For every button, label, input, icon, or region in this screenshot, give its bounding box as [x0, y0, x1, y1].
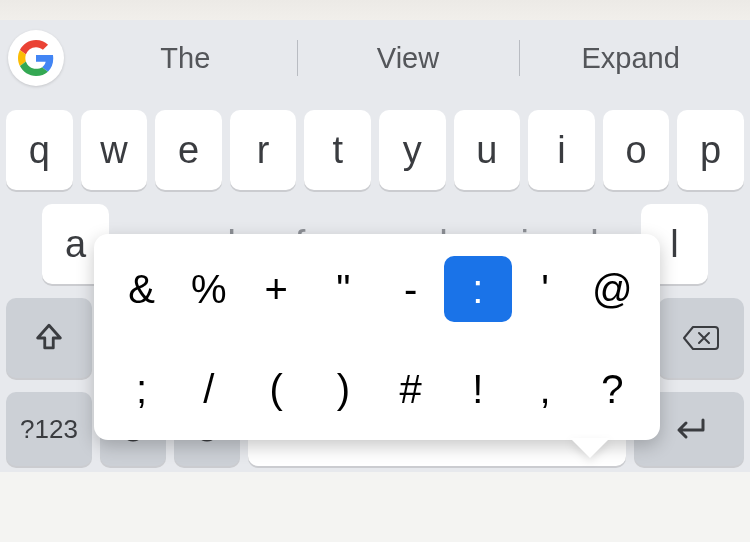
popup-key-question[interactable]: ? [579, 356, 646, 422]
suggestion-list: The View Expand [74, 34, 742, 82]
longpress-symbol-popup: & % + " - : ' @ ; / ( ) # ! , ? [94, 234, 660, 440]
google-button[interactable] [8, 30, 64, 86]
popup-key-comma[interactable]: , [512, 356, 579, 422]
shift-icon [32, 321, 66, 355]
symbols-key[interactable]: ?123 [6, 392, 92, 466]
key-u[interactable]: u [454, 110, 521, 190]
key-e[interactable]: e [155, 110, 222, 190]
key-q[interactable]: q [6, 110, 73, 190]
shift-key[interactable] [6, 298, 92, 378]
backspace-icon [681, 323, 721, 353]
suggestion-1[interactable]: View [297, 34, 520, 82]
key-row-1: q w e r t y u i o p [6, 110, 744, 190]
popup-key-plus[interactable]: + [243, 256, 310, 322]
key-i[interactable]: i [528, 110, 595, 190]
suggestion-0[interactable]: The [74, 34, 297, 82]
enter-icon [669, 416, 709, 442]
key-area: q w e r t y u i o p a s d f g h j k l [0, 110, 750, 472]
popup-key-slash[interactable]: / [175, 356, 242, 422]
key-p[interactable]: p [677, 110, 744, 190]
popup-key-hash[interactable]: # [377, 356, 444, 422]
gboard-keyboard: The View Expand q w e r t y u i o p a s … [0, 20, 750, 472]
popup-key-percent[interactable]: % [175, 256, 242, 322]
app-content-above-keyboard [0, 0, 750, 20]
popup-key-dquote[interactable]: " [310, 256, 377, 322]
key-w[interactable]: w [81, 110, 148, 190]
key-r[interactable]: r [230, 110, 297, 190]
key-t[interactable]: t [304, 110, 371, 190]
backspace-key[interactable] [658, 298, 744, 378]
popup-key-bang[interactable]: ! [444, 356, 511, 422]
popup-key-dash[interactable]: - [377, 256, 444, 322]
popup-key-colon-selected[interactable]: : [444, 256, 511, 322]
popup-key-semicolon[interactable]: ; [108, 356, 175, 422]
popup-key-rparen[interactable]: ) [310, 356, 377, 422]
suggestion-bar: The View Expand [0, 20, 750, 96]
popup-key-squote[interactable]: ' [512, 256, 579, 322]
key-y[interactable]: y [379, 110, 446, 190]
popup-row-top: & % + " - : ' @ [108, 256, 646, 322]
popup-row-bottom: ; / ( ) # ! , ? [108, 356, 646, 422]
popup-key-at[interactable]: @ [579, 256, 646, 322]
suggestion-2[interactable]: Expand [519, 34, 742, 82]
popup-key-amp[interactable]: & [108, 256, 175, 322]
key-o[interactable]: o [603, 110, 670, 190]
google-logo-icon [18, 40, 54, 76]
popup-key-lparen[interactable]: ( [243, 356, 310, 422]
